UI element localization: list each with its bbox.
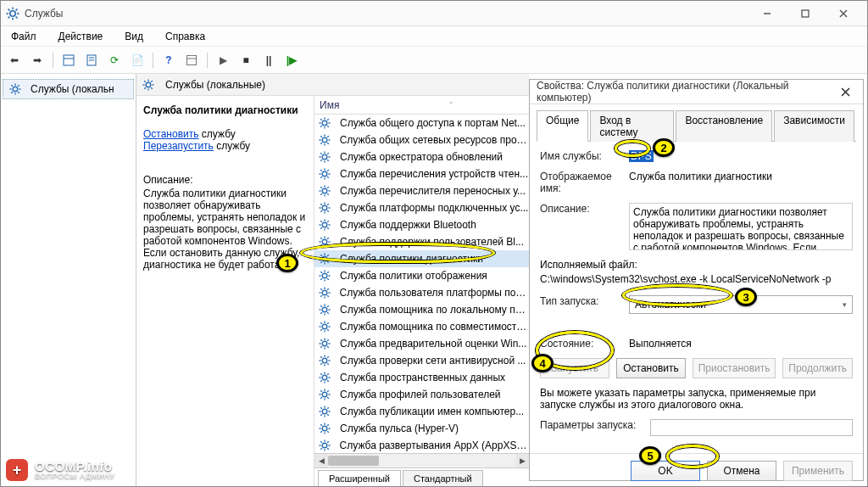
restart-link[interactable]: Перезапустить [143,140,214,152]
service-name: Служба пульса (Hyper-V) [340,423,459,434]
refresh-button[interactable]: ⟳ [104,50,125,70]
menu-view[interactable]: Вид [120,29,148,44]
tab-recovery[interactable]: Восстановление [676,110,772,142]
chevron-down-icon: ▾ [843,300,847,309]
value-service-name: DPS [629,150,654,162]
watermark-line2: ВОПРОСЫ АДМИНУ [35,473,115,480]
gear-icon [318,354,331,367]
back-button[interactable]: ⬅ [4,50,25,70]
service-row[interactable]: Служба платформы подключенных ус... [314,199,529,216]
help-button[interactable]: ? [159,50,179,70]
gear-icon [318,303,331,316]
service-row[interactable]: Служба политики отображения [314,267,529,284]
detail-title: Служба политики диагностики [143,104,298,116]
minimize-button[interactable] [748,2,786,25]
horizontal-scrollbar[interactable]: ◀▶ [314,453,529,467]
service-row[interactable]: Служба развертывания AppX (AppXSVС) [314,437,529,453]
service-row[interactable]: Служба проверки сети антивирусной ... [314,352,529,369]
stop-service-button[interactable]: Остановить [616,358,686,378]
apply-button[interactable]: Применить [783,461,853,481]
gear-icon [318,235,331,249]
gear-icon [318,218,331,232]
service-row[interactable]: Служба пульса (Hyper-V) [314,420,529,437]
value-exe-path: C:\windows\System32\svchost.exe -k Local… [540,273,853,285]
tree-root-label: Службы (локальн [31,83,114,95]
detail-panel: Служба политики диагностики Остановить с… [136,96,314,486]
service-row[interactable]: Служба поддержки Bluetooth [314,216,529,233]
gear-icon [318,405,331,418]
service-name: Служба пользователя платформы подк... [340,287,529,299]
service-row[interactable]: Служба пространственных данных [314,369,529,386]
service-row[interactable]: Служба помощника по совместимости... [314,318,529,335]
title-bar: Службы [1,1,867,26]
stop-button[interactable]: ■ [236,50,256,70]
list-header[interactable]: Имя ˄ [314,96,529,115]
service-row[interactable]: Служба предварительной оценки Win... [314,335,529,352]
tree-root-node[interactable]: Службы (локальн [3,79,134,99]
close-button[interactable] [825,2,862,25]
label-service-name: Имя службы: [540,150,629,162]
gear-icon [318,337,331,350]
start-params-input[interactable] [650,419,853,436]
center-header: Службы (локальные) [136,74,529,96]
cancel-button[interactable]: Отмена [707,461,776,481]
hint-text: Вы можете указать параметры запуска, при… [540,387,853,411]
props-button[interactable] [81,50,102,70]
extended-tab[interactable]: Расширенный [318,470,401,486]
details-view-button[interactable] [58,50,79,70]
restart-button[interactable]: |▶ [281,50,302,70]
menu-help[interactable]: Справка [160,29,210,44]
service-row[interactable]: Служба пользователя платформы подк... [314,284,529,301]
service-row[interactable]: Служба перечисления устройств чтен... [314,165,529,182]
callout-4: 4 [531,354,554,372]
tab-deps[interactable]: Зависимости [774,110,854,142]
tab-logon[interactable]: Вход в систему [590,110,674,142]
gear-icon [318,439,331,452]
service-name: Служба общего доступа к портам Net... [340,117,526,129]
restart-suffix: службу [214,140,250,152]
label-description: Описание: [540,203,629,215]
service-name: Служба помощника по локальному пр... [340,304,529,316]
pause-button[interactable]: || [259,50,279,70]
forward-button[interactable]: ➡ [27,50,47,70]
desc-label: Описание: [143,174,307,186]
service-row[interactable]: Служба профилей пользователей [314,386,529,403]
service-row[interactable]: Служба политики диагностики [314,250,529,267]
toolbar: ⬅ ➡ ⟳ 📄 ? ▶ ■ || |▶ [1,47,867,74]
service-name: Служба помощника по совместимости... [340,321,529,333]
menu-file[interactable]: Файл [6,29,42,44]
type-button[interactable] [181,50,202,70]
ok-button[interactable]: OK [631,461,700,481]
gear-icon [318,371,331,384]
service-row[interactable]: Служба оркестратора обновлений [314,148,529,165]
label-startup-type: Тип запуска: [540,295,629,307]
window-title: Службы [25,8,748,20]
resume-service-button[interactable]: Продолжить [782,358,853,378]
service-row[interactable]: Служба общего доступа к портам Net... [314,115,529,132]
gear-icon [318,286,331,299]
col-name: Имя [320,99,339,111]
service-row[interactable]: Служба перечислителя переносных у... [314,182,529,199]
service-name: Служба развертывания AppX (AppXSVС) [340,439,529,451]
service-row[interactable]: Служба помощника по локальному пр... [314,301,529,318]
menu-bar: Файл Действие Вид Справка [1,26,867,47]
pause-service-button[interactable]: Приостановить [693,358,776,378]
service-row[interactable]: Служба общих сетевых ресурсов проиг... [314,132,529,148]
export-button[interactable]: 📄 [127,50,147,70]
service-name: Служба проверки сети антивирусной ... [340,355,526,367]
services-list[interactable]: Служба общего доступа к портам Net...Слу… [314,115,529,453]
properties-dialog: Свойства: Служба политики диагностики (Л… [529,79,864,481]
maximize-button[interactable] [787,2,824,25]
stop-link[interactable]: Остановить [143,128,199,140]
service-name: Служба перечисления устройств чтен... [340,168,528,180]
dialog-title: Свойства: Служба политики диагностики (Л… [537,80,834,104]
gear-icon [318,116,331,130]
service-row[interactable]: Служба публикации имен компьютер... [314,403,529,420]
tab-general[interactable]: Общие [537,110,588,142]
standard-tab[interactable]: Стандартный [403,470,483,486]
gear-icon [318,320,331,333]
play-button[interactable]: ▶ [213,50,233,70]
service-row[interactable]: Служба поддержки пользователей Bl... [314,233,529,250]
menu-action[interactable]: Действие [53,29,108,44]
dialog-close-button[interactable] [834,81,856,103]
